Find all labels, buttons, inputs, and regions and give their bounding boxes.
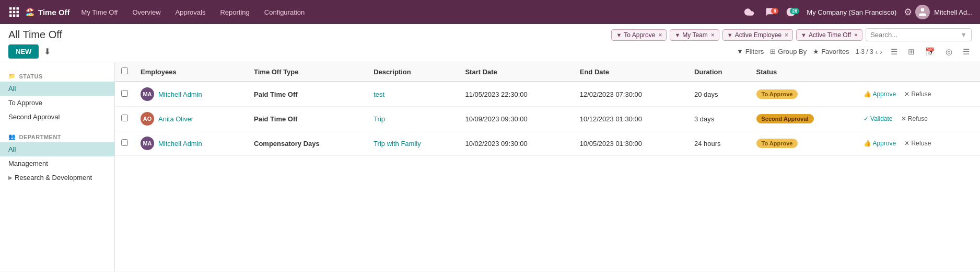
list-view-button[interactable]: ☰ <box>889 46 900 58</box>
menu-overview[interactable]: Overview <box>125 0 168 24</box>
col-end-date: End Date <box>574 62 688 82</box>
select-all-col <box>115 62 134 82</box>
user-avatar[interactable] <box>915 5 930 19</box>
action-refuse-btn-1[interactable]: ✕ Refuse <box>901 115 928 122</box>
download-button[interactable]: ⬇ <box>44 47 51 56</box>
filter-funnel-icon: ▼ <box>737 48 743 55</box>
employee-name-2[interactable]: Mitchell Admin <box>158 140 202 148</box>
action-validate-btn-1[interactable]: ✓ Validate <box>864 115 893 122</box>
select-all-checkbox[interactable] <box>121 67 128 74</box>
toolbar-right: ▼ Filters ⊞ Group By ★ Favorites 1-3 / 3… <box>737 46 972 58</box>
apps-menu-button[interactable] <box>5 7 23 17</box>
cloud-status-icon[interactable] <box>740 7 759 17</box>
employee-name-0[interactable]: Mitchell Admin <box>158 90 202 98</box>
groupby-icon: ⊞ <box>770 48 776 55</box>
svg-rect-3 <box>9 11 12 14</box>
svg-rect-2 <box>17 7 19 10</box>
messages-button[interactable]: 8 <box>761 7 779 17</box>
status-badge-0: To Approve <box>756 89 798 99</box>
end-date-cell-2: 10/05/2023 01:30:00 <box>574 131 688 156</box>
favorites-button[interactable]: ★ Favorites <box>813 48 849 55</box>
menu-my-time-off[interactable]: My Time Off <box>74 0 125 24</box>
time-off-type-cell-1: Paid Time Off <box>248 107 367 131</box>
clock-button[interactable]: 28 <box>781 7 800 17</box>
svg-rect-6 <box>9 15 12 17</box>
status-cell-2: To Approve <box>750 131 857 156</box>
sidebar-dept-management[interactable]: Management <box>0 156 114 171</box>
time-off-type-0: Paid Time Off <box>254 90 298 98</box>
action-cell-0: 👍 Approve ✕ Refuse <box>864 90 974 98</box>
end-date-2: 10/05/2023 01:30:00 <box>580 140 642 148</box>
row-checkbox-2[interactable] <box>121 139 128 146</box>
description-cell-2: Trip with Family <box>367 131 459 156</box>
app-brand[interactable]: 🏖️ Time Off <box>23 7 74 17</box>
filter-icon-1: ▼ <box>674 32 680 38</box>
pagination-text: 1-3 / 3 <box>856 48 873 55</box>
kanban-view-button[interactable]: ⊞ <box>906 46 917 58</box>
end-date-cell-0: 12/02/2023 07:30:00 <box>574 82 688 107</box>
row-checkbox-1[interactable] <box>121 115 128 121</box>
employee-cell-2: MA Mitchell Admin <box>134 131 248 156</box>
sidebar-dept-research-label: Research & Development <box>15 174 92 182</box>
action-refuse-btn-2[interactable]: ✕ Refuse <box>904 140 931 147</box>
description-cell-1: Trip <box>367 107 459 131</box>
menu-configuration[interactable]: Configuration <box>257 0 312 24</box>
col-actions <box>857 62 980 82</box>
action-cell-2: 👍 Approve ✕ Refuse <box>864 140 974 147</box>
svg-rect-1 <box>13 7 16 10</box>
description-0[interactable]: test <box>374 90 384 98</box>
more-view-button[interactable]: ☰ <box>961 46 972 58</box>
search-dropdown-icon[interactable]: ▼ <box>960 31 967 39</box>
svg-rect-4 <box>13 11 16 14</box>
action-refuse-btn-0[interactable]: ✕ Refuse <box>904 90 931 98</box>
filter-close-3[interactable]: × <box>854 31 858 39</box>
action-approve-btn-0[interactable]: 👍 Approve <box>864 90 896 98</box>
department-section-label: 👥 DEPARTMENT <box>0 129 114 142</box>
col-status: Status <box>750 62 857 82</box>
sidebar-status-all[interactable]: All <box>0 82 114 96</box>
employee-avatar-2: MA <box>141 137 154 150</box>
action-approve-btn-2[interactable]: 👍 Approve <box>864 140 896 147</box>
prev-page-button[interactable]: ‹ <box>876 48 878 56</box>
topnav-right-section: 8 28 My Company (San Francisco) ⚙ Mitche… <box>740 5 975 19</box>
time-off-table: Employees Time Off Type Description Star… <box>115 62 980 156</box>
action-cell-1: ✓ Validate ✕ Refuse <box>864 115 974 122</box>
svg-point-10 <box>921 8 925 12</box>
filter-label-1: My Team <box>682 31 707 39</box>
row-checkbox-cell-1 <box>115 107 134 131</box>
groupby-button[interactable]: ⊞ Group By <box>770 48 807 55</box>
nav-separator: ⚙ <box>903 6 913 18</box>
favorites-label: Favorites <box>821 48 849 55</box>
company-selector[interactable]: My Company (San Francisco) <box>802 8 901 16</box>
search-input[interactable] <box>870 31 958 39</box>
filter-close-0[interactable]: × <box>658 31 662 39</box>
status-cell-0: To Approve <box>750 82 857 107</box>
employee-name-1[interactable]: Anita Oliver <box>158 115 193 123</box>
description-2[interactable]: Trip with Family <box>374 140 421 148</box>
main-layout: 📁 STATUS All To Approve Second Approval … <box>0 62 980 271</box>
filter-icon-0: ▼ <box>616 32 622 38</box>
filters-button[interactable]: ▼ Filters <box>737 48 764 55</box>
filter-close-1[interactable]: × <box>711 31 715 39</box>
user-name[interactable]: Mitchell Ad... <box>932 8 975 16</box>
sidebar-dept-research[interactable]: ▶ Research & Development <box>0 171 114 185</box>
filter-close-2[interactable]: × <box>785 31 788 39</box>
sidebar-status-second-approval[interactable]: Second Approval <box>0 110 114 124</box>
new-button[interactable]: NEW <box>8 44 39 59</box>
gauge-view-button[interactable]: ◎ <box>943 46 954 58</box>
employee-avatar-0: MA <box>141 87 154 101</box>
menu-approvals[interactable]: Approvals <box>168 0 213 24</box>
description-cell-0: test <box>367 82 459 107</box>
menu-reporting[interactable]: Reporting <box>213 0 256 24</box>
table-row: MA Mitchell Admin Compensatory Days Trip… <box>115 131 980 156</box>
next-page-button[interactable]: › <box>880 48 882 56</box>
description-1[interactable]: Trip <box>374 115 385 123</box>
filter-label-2: Active Employee <box>735 31 781 39</box>
sidebar-dept-all[interactable]: All <box>0 142 114 156</box>
calendar-view-button[interactable]: 📅 <box>923 46 937 58</box>
svg-rect-8 <box>17 15 19 17</box>
toolbar-left: NEW ⬇ <box>8 44 51 59</box>
row-checkbox-0[interactable] <box>121 90 128 97</box>
duration-2: 24 hours <box>694 140 721 148</box>
sidebar-status-to-approve[interactable]: To Approve <box>0 96 114 110</box>
